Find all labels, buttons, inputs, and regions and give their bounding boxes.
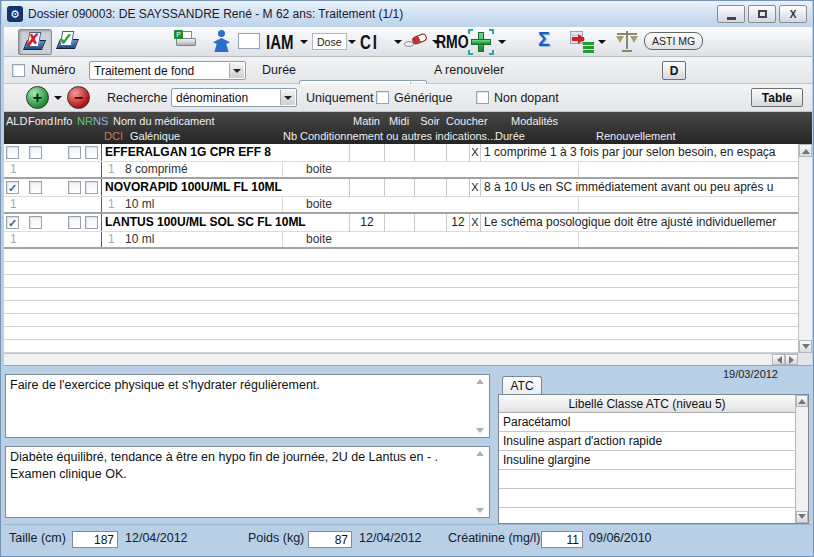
empty-grid-row bbox=[4, 314, 798, 327]
scroll-down-button[interactable] bbox=[799, 340, 812, 353]
add-dropdown-arrow[interactable] bbox=[54, 96, 62, 100]
numero-checkbox[interactable] bbox=[12, 64, 25, 77]
medication-row[interactable]: ✓NOVORAPID 100U/ML FL 10MLX8 à 10 Us en … bbox=[4, 179, 798, 214]
dose-soir[interactable] bbox=[414, 179, 446, 197]
dose-matin[interactable] bbox=[349, 144, 384, 162]
dose-matin[interactable] bbox=[349, 179, 384, 197]
ald-checkbox[interactable] bbox=[6, 146, 19, 159]
asti-mg-button[interactable]: ASTI MG bbox=[644, 32, 703, 50]
fond-checkbox[interactable] bbox=[29, 181, 42, 194]
add-button[interactable]: + bbox=[26, 86, 49, 109]
atc-item[interactable]: Insuline aspart d'action rapide bbox=[499, 432, 795, 451]
empty-grid-row bbox=[4, 249, 798, 262]
prescription-cancel-button[interactable]: ✗ bbox=[18, 29, 52, 55]
print-button[interactable]: P bbox=[174, 31, 198, 52]
iam-dropdown-arrow[interactable] bbox=[300, 40, 308, 44]
textarea-scroll-up-icon[interactable] bbox=[476, 375, 484, 384]
balance-button[interactable] bbox=[616, 30, 638, 52]
recherche-select[interactable]: dénomination bbox=[171, 88, 297, 107]
poids-input[interactable]: 87 bbox=[308, 531, 352, 548]
ns-checkbox[interactable] bbox=[85, 181, 98, 194]
statistics-dropdown-arrow[interactable] bbox=[598, 40, 606, 44]
advice-textarea[interactable]: Faire de l'exercice physique et s'hydrat… bbox=[5, 374, 490, 438]
ald-checkbox[interactable]: ✓ bbox=[6, 216, 19, 229]
dose-button[interactable]: Dose bbox=[312, 33, 347, 50]
observation-textarea[interactable]: Diabète équilibré, tendance à être en hy… bbox=[5, 446, 490, 518]
dose-matin[interactable]: 12 bbox=[349, 214, 384, 232]
blank-indicator-box bbox=[238, 33, 260, 49]
scroll-left-button[interactable] bbox=[772, 354, 785, 365]
d-button[interactable]: D bbox=[662, 61, 686, 80]
patient-button[interactable] bbox=[212, 30, 232, 53]
atc-item[interactable]: Paracétamol bbox=[499, 413, 795, 432]
tab-atc[interactable]: ATC bbox=[502, 376, 542, 395]
creatinine-input[interactable]: 11 bbox=[541, 531, 583, 548]
dose-midi[interactable] bbox=[384, 144, 414, 162]
scales-pan-right bbox=[630, 36, 638, 43]
textarea-scroll-down-icon[interactable] bbox=[476, 428, 484, 437]
numero-label: Numéro bbox=[31, 63, 75, 77]
restore-button[interactable] bbox=[748, 5, 776, 23]
chevron-down-icon[interactable] bbox=[280, 90, 295, 105]
fond-checkbox[interactable] bbox=[29, 146, 42, 159]
dose-midi[interactable] bbox=[384, 179, 414, 197]
medication-row[interactable]: EFFERALGAN 1G CPR EFF 8X1 comprimé 1 à 3… bbox=[4, 144, 798, 179]
atc-scrollbar[interactable] bbox=[795, 395, 808, 523]
iam-button[interactable]: IAM bbox=[266, 30, 294, 52]
col-duree: Durée bbox=[495, 130, 525, 142]
horizontal-scrollbar[interactable] bbox=[4, 353, 798, 365]
col-nom: Nom du médicament bbox=[113, 115, 215, 127]
dose-coucher[interactable]: 12 bbox=[446, 214, 469, 232]
add-medication-dropdown-arrow[interactable] bbox=[498, 40, 506, 44]
grid-header: ALD Fond Info NR NS Nom du médicament Ma… bbox=[4, 112, 812, 144]
ci-dropdown-arrow[interactable] bbox=[394, 40, 402, 44]
nr-checkbox[interactable] bbox=[68, 181, 81, 194]
rmo-button[interactable]: RMO bbox=[436, 31, 469, 52]
dose-dropdown-arrow[interactable] bbox=[348, 40, 356, 44]
atc-empty-row bbox=[499, 508, 795, 523]
ns-checkbox[interactable] bbox=[85, 216, 98, 229]
ald-checkbox[interactable]: ✓ bbox=[6, 181, 19, 194]
scroll-up-button[interactable] bbox=[796, 395, 808, 407]
duree-label: Durée bbox=[262, 63, 296, 77]
non-dopant-label: Non dopant bbox=[494, 91, 559, 105]
atc-item[interactable]: Insuline glargine bbox=[499, 451, 795, 470]
treatment-type-select[interactable]: Traitement de fond bbox=[89, 61, 246, 80]
scroll-up-button[interactable] bbox=[799, 144, 812, 157]
treatment-grid: ALD Fond Info NR NS Nom du médicament Ma… bbox=[4, 112, 812, 365]
generique-checkbox[interactable] bbox=[376, 91, 389, 104]
summary-sigma-button[interactable]: Σ bbox=[538, 28, 550, 51]
medication-row[interactable]: ✓LANTUS 100U/ML SOL SC FL 10ML1212XLe sc… bbox=[4, 214, 798, 249]
non-dopant-checkbox[interactable] bbox=[476, 91, 489, 104]
table-button[interactable]: Table bbox=[751, 88, 803, 107]
nr-checkbox[interactable] bbox=[68, 216, 81, 229]
remove-button[interactable]: − bbox=[67, 86, 90, 109]
scrollbar-corner bbox=[798, 353, 812, 365]
ns-checkbox[interactable] bbox=[85, 146, 98, 159]
medication-name: LANTUS 100U/ML SOL SC FL 10ML bbox=[105, 215, 347, 229]
nb-value: 1 bbox=[108, 232, 115, 246]
col-soir: Soir bbox=[414, 115, 446, 127]
pharmacology-button[interactable] bbox=[404, 33, 428, 49]
close-button[interactable]: X bbox=[779, 5, 807, 23]
corner-mark bbox=[468, 29, 473, 34]
textarea-scroll-down-icon[interactable] bbox=[476, 508, 484, 517]
dose-soir[interactable] bbox=[414, 214, 446, 232]
vertical-scrollbar[interactable] bbox=[798, 144, 812, 353]
chevron-down-icon[interactable] bbox=[229, 63, 244, 78]
statistics-button[interactable] bbox=[570, 31, 594, 53]
minimize-button[interactable] bbox=[717, 5, 745, 23]
dose-coucher[interactable] bbox=[446, 144, 469, 162]
scroll-down-button[interactable] bbox=[796, 511, 808, 523]
taille-input[interactable]: 187 bbox=[72, 531, 118, 548]
col-matin: Matin bbox=[349, 115, 384, 127]
dose-soir[interactable] bbox=[414, 144, 446, 162]
dose-coucher[interactable] bbox=[446, 179, 469, 197]
ci-button[interactable]: CI bbox=[360, 30, 379, 52]
scroll-right-button[interactable] bbox=[785, 354, 798, 365]
textarea-scroll-up-icon[interactable] bbox=[476, 447, 484, 456]
nr-checkbox[interactable] bbox=[68, 146, 81, 159]
dose-midi[interactable] bbox=[384, 214, 414, 232]
add-medication-button[interactable] bbox=[470, 31, 492, 53]
fond-checkbox[interactable] bbox=[29, 216, 42, 229]
